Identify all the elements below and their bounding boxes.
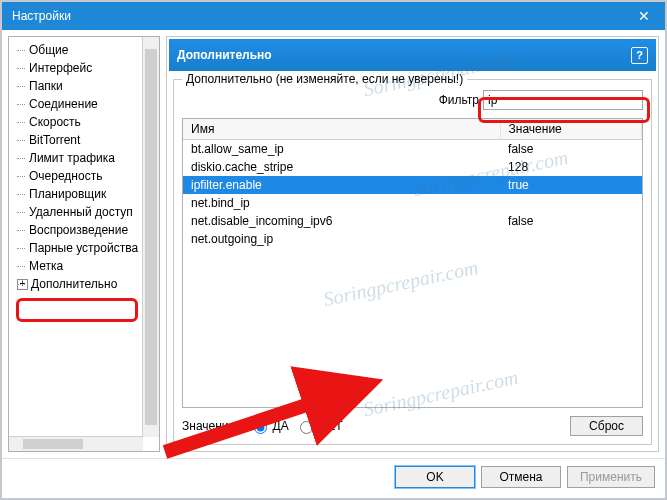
tree-item[interactable]: Воспроизведение — [13, 221, 159, 239]
tree-item[interactable]: Очередность — [13, 167, 159, 185]
table-row[interactable]: diskio.cache_stripe128 — [183, 158, 642, 176]
tree-item[interactable]: Общие — [13, 41, 159, 59]
advanced-group: Дополнительно (не изменяйте, если не уве… — [173, 79, 652, 445]
radio-no[interactable]: НЕТ — [295, 418, 343, 434]
panel-header: Дополнительно ? — [169, 39, 656, 71]
tree-item-advanced[interactable]: +Дополнительно — [13, 275, 159, 293]
radio-yes[interactable]: ДА — [249, 418, 289, 434]
tree-item[interactable]: Планировщик — [13, 185, 159, 203]
window-title: Настройки — [12, 9, 71, 23]
value-radio-group: ДА НЕТ — [249, 418, 343, 434]
close-button[interactable]: ✕ — [623, 2, 665, 30]
filter-input[interactable] — [483, 90, 643, 110]
tree-item[interactable]: Папки — [13, 77, 159, 95]
panel-title: Дополнительно — [177, 48, 272, 62]
col-name[interactable]: Имя — [183, 119, 500, 140]
filter-label: Фильтр — [439, 93, 479, 107]
expand-icon[interactable]: + — [17, 279, 28, 290]
col-value[interactable]: Значение — [500, 119, 641, 140]
table-row[interactable]: net.outgoing_ip — [183, 230, 642, 248]
advanced-panel: Дополнительно ? Дополнительно (не изменя… — [166, 36, 659, 452]
apply-button[interactable]: Применить — [567, 466, 655, 488]
group-title: Дополнительно (не изменяйте, если не уве… — [182, 72, 467, 86]
help-icon[interactable]: ? — [631, 47, 648, 64]
tree-item[interactable]: Метка — [13, 257, 159, 275]
dialog-buttons: OK Отмена Применить — [2, 458, 665, 494]
titlebar: Настройки ✕ — [2, 2, 665, 30]
settings-table[interactable]: Имя Значение bt.allow_same_ipfalsediskio… — [182, 118, 643, 408]
tree-item[interactable]: Интерфейс — [13, 59, 159, 77]
tree-item[interactable]: Скорость — [13, 113, 159, 131]
tree-item[interactable]: Парные устройства — [13, 239, 159, 257]
value-label: Значение: — [182, 419, 239, 433]
table-row[interactable]: ipfilter.enabletrue — [183, 176, 642, 194]
tree-item[interactable]: Удаленный доступ — [13, 203, 159, 221]
category-tree[interactable]: ОбщиеИнтерфейсПапкиСоединениеСкоростьBit… — [8, 36, 160, 452]
cancel-button[interactable]: Отмена — [481, 466, 561, 488]
table-row[interactable]: bt.allow_same_ipfalse — [183, 140, 642, 159]
reset-button[interactable]: Сброс — [570, 416, 643, 436]
tree-item[interactable]: Лимит трафика — [13, 149, 159, 167]
tree-item[interactable]: Соединение — [13, 95, 159, 113]
close-icon: ✕ — [638, 8, 650, 24]
table-row[interactable]: net.disable_incoming_ipv6false — [183, 212, 642, 230]
vscrollbar[interactable] — [142, 37, 159, 437]
tree-item[interactable]: BitTorrent — [13, 131, 159, 149]
hscrollbar[interactable] — [9, 436, 143, 451]
table-row[interactable]: net.bind_ip — [183, 194, 642, 212]
ok-button[interactable]: OK — [395, 466, 475, 488]
